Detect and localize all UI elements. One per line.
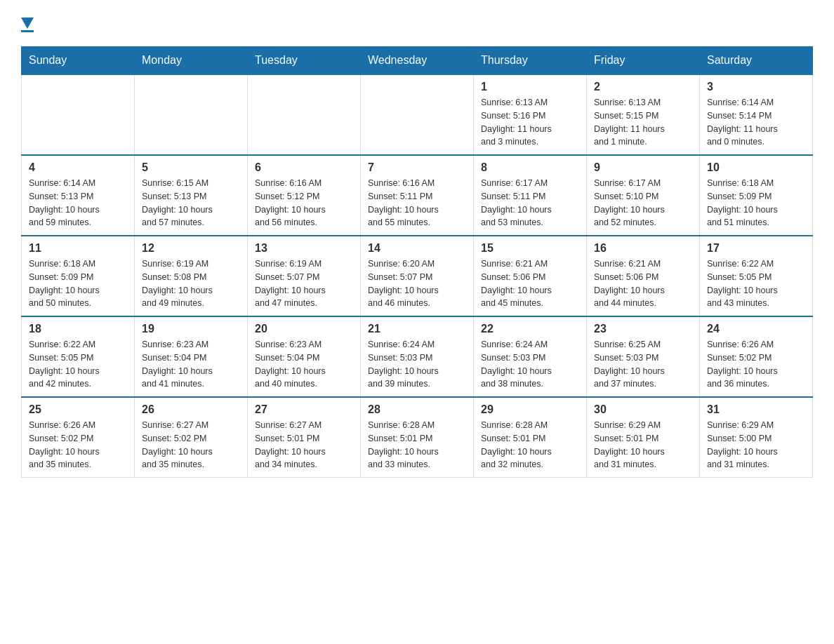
day-info: Sunrise: 6:23 AM Sunset: 5:04 PM Dayligh… [142, 338, 240, 391]
day-number: 28 [368, 403, 466, 416]
day-info: Sunrise: 6:19 AM Sunset: 5:08 PM Dayligh… [142, 257, 240, 310]
day-number: 15 [481, 242, 579, 255]
calendar-day-cell [248, 74, 361, 155]
day-info: Sunrise: 6:14 AM Sunset: 5:14 PM Dayligh… [707, 96, 805, 149]
weekday-header-saturday: Saturday [700, 47, 813, 75]
calendar-day-cell [22, 74, 135, 155]
calendar-table: SundayMondayTuesdayWednesdayThursdayFrid… [21, 46, 813, 478]
day-info: Sunrise: 6:22 AM Sunset: 5:05 PM Dayligh… [29, 338, 127, 391]
calendar-day-cell: 8Sunrise: 6:17 AM Sunset: 5:11 PM Daylig… [474, 155, 587, 236]
calendar-day-cell: 27Sunrise: 6:27 AM Sunset: 5:01 PM Dayli… [248, 397, 361, 478]
calendar-week-row: 25Sunrise: 6:26 AM Sunset: 5:02 PM Dayli… [22, 397, 813, 478]
day-info: Sunrise: 6:26 AM Sunset: 5:02 PM Dayligh… [707, 338, 805, 391]
calendar-week-row: 4Sunrise: 6:14 AM Sunset: 5:13 PM Daylig… [22, 155, 813, 236]
day-number: 3 [707, 81, 805, 93]
day-number: 23 [594, 323, 692, 335]
day-info: Sunrise: 6:18 AM Sunset: 5:09 PM Dayligh… [29, 257, 127, 310]
day-number: 9 [594, 161, 692, 174]
day-info: Sunrise: 6:17 AM Sunset: 5:10 PM Dayligh… [594, 177, 692, 229]
day-info: Sunrise: 6:16 AM Sunset: 5:12 PM Dayligh… [255, 177, 353, 229]
day-info: Sunrise: 6:24 AM Sunset: 5:03 PM Dayligh… [481, 338, 579, 391]
calendar-day-cell: 1Sunrise: 6:13 AM Sunset: 5:16 PM Daylig… [474, 74, 587, 155]
day-info: Sunrise: 6:25 AM Sunset: 5:03 PM Dayligh… [594, 338, 692, 391]
logo-triangle-icon [21, 18, 34, 29]
day-number: 21 [368, 323, 466, 335]
day-number: 27 [255, 403, 353, 416]
weekday-header-wednesday: Wednesday [361, 47, 474, 75]
calendar-day-cell: 22Sunrise: 6:24 AM Sunset: 5:03 PM Dayli… [474, 316, 587, 397]
calendar-week-row: 1Sunrise: 6:13 AM Sunset: 5:16 PM Daylig… [22, 74, 813, 155]
calendar-header: SundayMondayTuesdayWednesdayThursdayFrid… [22, 47, 813, 75]
day-number: 11 [29, 242, 127, 255]
calendar-day-cell: 16Sunrise: 6:21 AM Sunset: 5:06 PM Dayli… [587, 236, 700, 316]
day-number: 24 [707, 323, 805, 335]
calendar-day-cell: 15Sunrise: 6:21 AM Sunset: 5:06 PM Dayli… [474, 236, 587, 316]
day-number: 18 [29, 323, 127, 335]
weekday-header-monday: Monday [135, 47, 248, 75]
calendar-day-cell: 25Sunrise: 6:26 AM Sunset: 5:02 PM Dayli… [22, 397, 135, 478]
calendar-day-cell: 20Sunrise: 6:23 AM Sunset: 5:04 PM Dayli… [248, 316, 361, 397]
calendar-day-cell: 2Sunrise: 6:13 AM Sunset: 5:15 PM Daylig… [587, 74, 700, 155]
calendar-day-cell: 13Sunrise: 6:19 AM Sunset: 5:07 PM Dayli… [248, 236, 361, 316]
day-number: 16 [594, 242, 692, 255]
logo-underline [21, 30, 34, 32]
day-number: 6 [255, 161, 353, 174]
calendar-day-cell: 12Sunrise: 6:19 AM Sunset: 5:08 PM Dayli… [135, 236, 248, 316]
day-number: 17 [707, 242, 805, 255]
day-number: 19 [142, 323, 240, 335]
day-number: 29 [481, 403, 579, 416]
calendar-day-cell: 4Sunrise: 6:14 AM Sunset: 5:13 PM Daylig… [22, 155, 135, 236]
calendar-day-cell [361, 74, 474, 155]
day-info: Sunrise: 6:18 AM Sunset: 5:09 PM Dayligh… [707, 177, 805, 229]
day-number: 30 [594, 403, 692, 416]
day-info: Sunrise: 6:27 AM Sunset: 5:01 PM Dayligh… [255, 419, 353, 471]
day-number: 4 [29, 161, 127, 174]
calendar-day-cell: 18Sunrise: 6:22 AM Sunset: 5:05 PM Dayli… [22, 316, 135, 397]
calendar-day-cell: 3Sunrise: 6:14 AM Sunset: 5:14 PM Daylig… [700, 74, 813, 155]
day-number: 8 [481, 161, 579, 174]
day-number: 5 [142, 161, 240, 174]
day-info: Sunrise: 6:19 AM Sunset: 5:07 PM Dayligh… [255, 257, 353, 310]
weekday-header-sunday: Sunday [22, 47, 135, 75]
day-info: Sunrise: 6:24 AM Sunset: 5:03 PM Dayligh… [368, 338, 466, 391]
day-info: Sunrise: 6:15 AM Sunset: 5:13 PM Dayligh… [142, 177, 240, 229]
day-info: Sunrise: 6:21 AM Sunset: 5:06 PM Dayligh… [594, 257, 692, 310]
day-number: 14 [368, 242, 466, 255]
day-number: 10 [707, 161, 805, 174]
calendar-week-row: 18Sunrise: 6:22 AM Sunset: 5:05 PM Dayli… [22, 316, 813, 397]
calendar-day-cell: 28Sunrise: 6:28 AM Sunset: 5:01 PM Dayli… [361, 397, 474, 478]
day-number: 22 [481, 323, 579, 335]
day-number: 20 [255, 323, 353, 335]
day-info: Sunrise: 6:14 AM Sunset: 5:13 PM Dayligh… [29, 177, 127, 229]
day-info: Sunrise: 6:20 AM Sunset: 5:07 PM Dayligh… [368, 257, 466, 310]
page-header [21, 14, 813, 32]
day-number: 26 [142, 403, 240, 416]
calendar-week-row: 11Sunrise: 6:18 AM Sunset: 5:09 PM Dayli… [22, 236, 813, 316]
calendar-day-cell: 11Sunrise: 6:18 AM Sunset: 5:09 PM Dayli… [22, 236, 135, 316]
calendar-day-cell: 29Sunrise: 6:28 AM Sunset: 5:01 PM Dayli… [474, 397, 587, 478]
calendar-day-cell: 31Sunrise: 6:29 AM Sunset: 5:00 PM Dayli… [700, 397, 813, 478]
day-info: Sunrise: 6:23 AM Sunset: 5:04 PM Dayligh… [255, 338, 353, 391]
day-info: Sunrise: 6:29 AM Sunset: 5:00 PM Dayligh… [707, 419, 805, 471]
day-number: 25 [29, 403, 127, 416]
day-info: Sunrise: 6:13 AM Sunset: 5:15 PM Dayligh… [594, 96, 692, 149]
day-info: Sunrise: 6:28 AM Sunset: 5:01 PM Dayligh… [368, 419, 466, 471]
calendar-day-cell: 23Sunrise: 6:25 AM Sunset: 5:03 PM Dayli… [587, 316, 700, 397]
weekday-header-row: SundayMondayTuesdayWednesdayThursdayFrid… [22, 47, 813, 75]
calendar-day-cell: 30Sunrise: 6:29 AM Sunset: 5:01 PM Dayli… [587, 397, 700, 478]
calendar-body: 1Sunrise: 6:13 AM Sunset: 5:16 PM Daylig… [22, 74, 813, 478]
calendar-day-cell: 24Sunrise: 6:26 AM Sunset: 5:02 PM Dayli… [700, 316, 813, 397]
calendar-day-cell: 10Sunrise: 6:18 AM Sunset: 5:09 PM Dayli… [700, 155, 813, 236]
calendar-day-cell: 6Sunrise: 6:16 AM Sunset: 5:12 PM Daylig… [248, 155, 361, 236]
logo [21, 14, 34, 32]
day-info: Sunrise: 6:16 AM Sunset: 5:11 PM Dayligh… [368, 177, 466, 229]
day-info: Sunrise: 6:28 AM Sunset: 5:01 PM Dayligh… [481, 419, 579, 471]
day-info: Sunrise: 6:22 AM Sunset: 5:05 PM Dayligh… [707, 257, 805, 310]
calendar-day-cell: 7Sunrise: 6:16 AM Sunset: 5:11 PM Daylig… [361, 155, 474, 236]
day-info: Sunrise: 6:27 AM Sunset: 5:02 PM Dayligh… [142, 419, 240, 471]
day-info: Sunrise: 6:26 AM Sunset: 5:02 PM Dayligh… [29, 419, 127, 471]
calendar-day-cell: 5Sunrise: 6:15 AM Sunset: 5:13 PM Daylig… [135, 155, 248, 236]
day-number: 1 [481, 81, 579, 93]
day-info: Sunrise: 6:21 AM Sunset: 5:06 PM Dayligh… [481, 257, 579, 310]
day-number: 12 [142, 242, 240, 255]
